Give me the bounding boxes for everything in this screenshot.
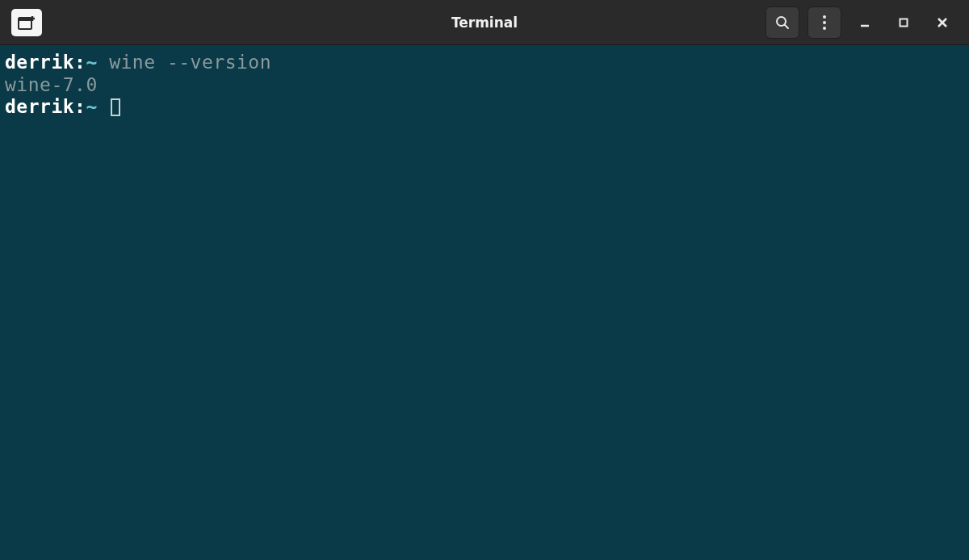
close-button[interactable] [927,6,958,39]
maximize-icon [898,17,909,28]
titlebar-left [11,9,42,36]
svg-rect-10 [900,19,908,26]
svg-line-5 [785,24,789,28]
terminal-line: wine-7.0 [5,74,964,97]
close-icon [937,17,948,28]
prompt-path: ~ [86,96,97,117]
search-icon [775,15,790,30]
window-title: Terminal [451,15,518,31]
terminal-line: derrik:~ [5,96,964,119]
command-output: wine-7.0 [5,74,98,95]
terminal-body[interactable]: derrik:~ wine --version wine-7.0 derrik:… [0,45,969,125]
titlebar-right [766,6,958,39]
command-text: wine --version [98,52,271,73]
new-tab-button[interactable] [11,9,42,36]
titlebar: Terminal [0,0,969,45]
svg-rect-1 [19,18,31,21]
terminal-line: derrik:~ wine --version [5,52,964,74]
prompt-separator: : [74,96,86,117]
svg-point-7 [823,21,826,24]
maximize-button[interactable] [888,6,919,39]
minimize-icon [859,17,870,28]
cursor [111,98,120,116]
prompt-user: derrik [5,52,74,73]
svg-point-8 [823,27,826,30]
minimize-button[interactable] [849,6,880,39]
new-tab-icon [18,15,36,30]
command-text [98,96,109,117]
menu-button[interactable] [808,6,841,39]
svg-point-6 [823,15,826,19]
search-button[interactable] [766,6,799,39]
prompt-user: derrik [5,96,74,117]
prompt-path: ~ [86,52,97,73]
prompt-separator: : [74,52,86,73]
kebab-menu-icon [823,15,826,30]
